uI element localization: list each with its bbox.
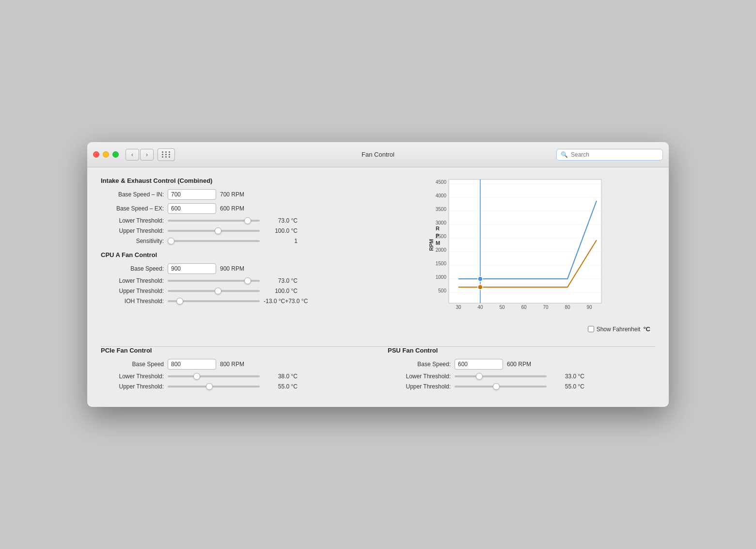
maximize-button[interactable]: [112, 151, 119, 158]
psu-upper-threshold-label: Upper Threshold:: [388, 383, 451, 390]
svg-text:40: 40: [477, 305, 483, 310]
pcie-lower-threshold-label: Lower Threshold:: [101, 373, 164, 380]
pcie-base-speed-input[interactable]: [168, 359, 216, 370]
psu-panel: PSU Fan Control Base Speed: 600 RPM Lowe…: [378, 347, 655, 393]
psu-upper-threshold-slider[interactable]: [455, 386, 547, 388]
psu-upper-threshold-slider-container: [455, 386, 547, 388]
window-title: Fan Control: [362, 151, 394, 158]
svg-text:3500: 3500: [436, 207, 447, 212]
psu-lower-threshold-slider[interactable]: [455, 375, 547, 377]
fan-chart: 4500 4000 3500 3000 2500 2000 1500 1000 …: [429, 177, 609, 323]
minimize-button[interactable]: [103, 151, 109, 158]
upper-threshold-ie-slider-container: [168, 230, 260, 232]
psu-base-speed-rpm: 600 RPM: [507, 361, 546, 368]
base-speed-ex-input[interactable]: [168, 203, 216, 214]
base-speed-in-row: Base Speed – IN: 700 RPM: [101, 189, 368, 200]
ioh-threshold-slider-container: [168, 300, 260, 302]
lower-threshold-ie-slider[interactable]: [168, 220, 260, 222]
cpu-a-upper-threshold-slider[interactable]: [168, 290, 260, 292]
forward-button[interactable]: ›: [140, 149, 154, 161]
pcie-lower-threshold-slider-container: [168, 375, 260, 377]
show-fahrenheit-row: Show Fahrenheit °C: [383, 325, 655, 333]
show-fahrenheit-label[interactable]: Show Fahrenheit: [588, 326, 641, 333]
cpu-a-upper-threshold-value: 100.0 °C: [264, 288, 298, 294]
cpu-a-base-speed-rpm: 900 RPM: [220, 265, 259, 272]
sensitivity-ie-slider[interactable]: [168, 240, 260, 242]
grid-view-button[interactable]: [158, 148, 175, 161]
svg-point-31: [478, 276, 483, 281]
upper-threshold-ie-label: Upper Threshold:: [101, 227, 164, 234]
cpu-a-base-speed-input[interactable]: [168, 263, 216, 274]
psu-base-speed-row: Base Speed: 600 RPM: [388, 359, 655, 370]
app-window: ‹ › Fan Control 🔍 Intake & Exhaust Contr…: [87, 142, 669, 407]
ioh-threshold-label: IOH Threshold:: [101, 298, 164, 305]
svg-text:30: 30: [456, 305, 461, 310]
psu-upper-threshold-row: Upper Threshold: 55.0 °C: [388, 383, 655, 390]
cpu-a-lower-threshold-value: 73.0 °C: [264, 277, 298, 284]
pcie-lower-threshold-slider[interactable]: [168, 375, 260, 377]
svg-text:P: P: [436, 233, 439, 239]
pcie-title: PCIe Fan Control: [101, 347, 368, 354]
svg-text:500: 500: [438, 288, 446, 293]
pcie-upper-threshold-row: Upper Threshold: 55.0 °C: [101, 383, 368, 390]
pcie-base-speed-row: Base Speed 800 RPM: [101, 359, 368, 370]
chart-area: 4500 4000 3500 3000 2500 2000 1500 1000 …: [383, 177, 655, 333]
psu-base-speed-label: Base Speed:: [388, 361, 451, 368]
search-box[interactable]: 🔍: [556, 149, 663, 161]
cpu-a-lower-threshold-slider-container: [168, 280, 260, 282]
base-speed-in-label: Base Speed – IN:: [101, 191, 164, 198]
cpu-a-title: CPU A Fan Control: [101, 251, 368, 258]
search-input[interactable]: [571, 151, 659, 158]
cpu-a-lower-threshold-row: Lower Threshold: 73.0 °C: [101, 277, 368, 284]
intake-exhaust-title: Intake & Exhaust Control (Combined): [101, 177, 368, 184]
chart-wrapper: 4500 4000 3500 3000 2500 2000 1500 1000 …: [429, 177, 609, 323]
ioh-threshold-slider[interactable]: [168, 300, 260, 302]
svg-text:50: 50: [499, 305, 505, 310]
svg-rect-0: [449, 179, 601, 303]
psu-lower-threshold-label: Lower Threshold:: [388, 373, 451, 380]
upper-threshold-ie-row: Upper Threshold: 100.0 °C: [101, 227, 368, 234]
base-speed-in-input[interactable]: [168, 189, 216, 200]
lower-threshold-ie-value: 73.0 °C: [264, 217, 298, 224]
close-button[interactable]: [93, 151, 99, 158]
svg-text:3000: 3000: [436, 220, 447, 226]
psu-base-speed-input[interactable]: [455, 359, 503, 370]
cpu-a-upper-threshold-row: Upper Threshold: 100.0 °C: [101, 288, 368, 294]
cpu-a-upper-threshold-slider-container: [168, 290, 260, 292]
cpu-a-base-speed-label: Base Speed:: [101, 265, 164, 272]
upper-threshold-ie-slider[interactable]: [168, 230, 260, 232]
left-panel: Intake & Exhaust Control (Combined) Base…: [101, 177, 378, 333]
search-icon: 🔍: [561, 151, 568, 158]
temperature-unit-label: °C: [643, 325, 650, 333]
lower-threshold-ie-label: Lower Threshold:: [101, 217, 164, 224]
back-button[interactable]: ‹: [126, 149, 139, 161]
sensitivity-ie-value: 1: [264, 238, 298, 244]
svg-text:60: 60: [521, 305, 527, 310]
pcie-lower-threshold-value: 38.0 °C: [264, 373, 298, 380]
base-speed-ex-label: Base Speed – EX:: [101, 205, 164, 212]
cpu-a-upper-threshold-label: Upper Threshold:: [101, 288, 164, 294]
lower-threshold-ie-row: Lower Threshold: 73.0 °C: [101, 217, 368, 224]
main-content: Intake & Exhaust Control (Combined) Base…: [87, 167, 669, 346]
pcie-base-speed-label: Base Speed: [101, 361, 164, 368]
svg-text:RPM: RPM: [429, 239, 434, 251]
cpu-a-lower-threshold-label: Lower Threshold:: [101, 277, 164, 284]
psu-upper-threshold-value: 55.0 °C: [551, 383, 584, 390]
pcie-upper-threshold-label: Upper Threshold:: [101, 383, 164, 390]
pcie-upper-threshold-slider[interactable]: [168, 386, 260, 388]
titlebar: ‹ › Fan Control 🔍: [87, 142, 669, 167]
nav-buttons: ‹ ›: [126, 149, 154, 161]
bottom-panels: PCIe Fan Control Base Speed 800 RPM Lowe…: [87, 347, 669, 407]
pcie-upper-threshold-slider-container: [168, 386, 260, 388]
pcie-lower-threshold-row: Lower Threshold: 38.0 °C: [101, 373, 368, 380]
show-fahrenheit-checkbox[interactable]: [588, 326, 594, 332]
psu-lower-threshold-value: 33.0 °C: [551, 373, 584, 380]
show-fahrenheit-text: Show Fahrenheit: [597, 326, 641, 333]
pcie-panel: PCIe Fan Control Base Speed 800 RPM Lowe…: [101, 347, 378, 393]
cpu-a-lower-threshold-slider[interactable]: [168, 280, 260, 282]
cpu-a-base-speed-row: Base Speed: 900 RPM: [101, 263, 368, 274]
base-speed-ex-rpm: 600 RPM: [220, 205, 259, 212]
svg-text:90: 90: [586, 305, 592, 310]
svg-text:1500: 1500: [436, 261, 447, 266]
svg-text:1000: 1000: [436, 274, 447, 280]
